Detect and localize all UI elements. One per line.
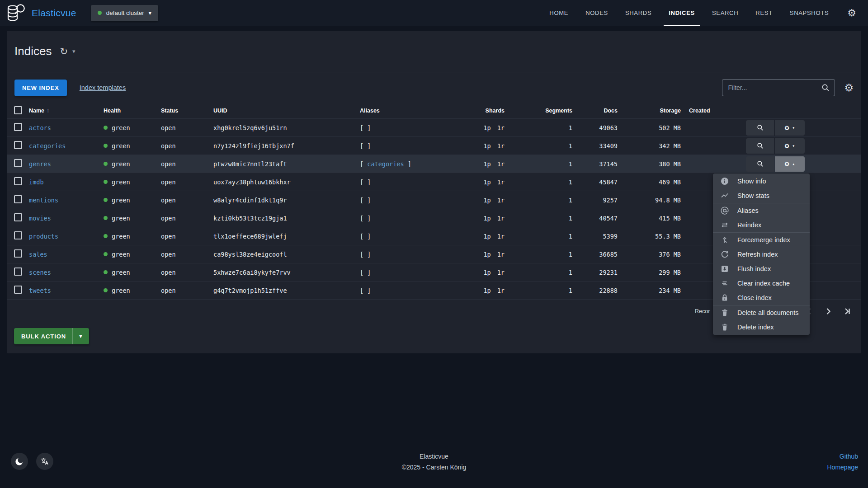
table-settings-gear-icon[interactable]: ⚙	[844, 82, 854, 94]
index-name-link[interactable]: scenes	[29, 269, 51, 276]
menu-item-flush-index[interactable]: Flush index	[713, 262, 810, 276]
column-header-uuid[interactable]: UUID	[213, 108, 360, 114]
menu-item-forcemerge-index[interactable]: Forcemerge index	[713, 233, 810, 247]
cluster-selector-button[interactable]: default cluster ▾	[91, 5, 158, 21]
menu-item-refresh-index[interactable]: Refresh index	[713, 247, 810, 262]
cache-icon	[720, 279, 729, 288]
segments-cell: 1	[508, 124, 576, 131]
health-cell: green	[104, 269, 161, 276]
index-options-button[interactable]: ⚙ ▾	[775, 138, 805, 154]
index-name-link[interactable]: tweets	[29, 287, 51, 294]
nav-link-home[interactable]: HOME	[541, 0, 577, 26]
index-name-link[interactable]: genres	[29, 160, 51, 168]
column-header-status[interactable]: Status	[161, 108, 213, 114]
settings-gear-icon[interactable]: ⚙	[847, 7, 856, 19]
refresh-icon[interactable]: ↻	[60, 46, 68, 57]
refresh-options-chevron-icon[interactable]: ▾	[72, 48, 75, 55]
trash-icon	[720, 308, 729, 317]
menu-item-show-info[interactable]: Show info	[713, 174, 810, 188]
index-name-link[interactable]: imdb	[29, 178, 44, 186]
nav-link-shards[interactable]: SHARDS	[617, 0, 660, 26]
uuid-cell: 5xhwze7c6ai8ykyfe7rvv	[213, 269, 360, 276]
health-cell: green	[104, 287, 161, 294]
menu-item-delete-index[interactable]: Delete index	[713, 320, 810, 334]
index-name-link[interactable]: products	[29, 233, 58, 240]
menu-item-close-index[interactable]: Close index	[713, 291, 810, 305]
row-checkbox[interactable]	[14, 195, 22, 203]
index-name-link[interactable]: mentions	[29, 197, 58, 204]
alias-link[interactable]: categories	[367, 160, 404, 168]
github-link[interactable]: Github	[840, 453, 858, 460]
column-header-storage[interactable]: Storage	[621, 108, 684, 114]
app-title[interactable]: Elasticvue	[32, 8, 76, 19]
chevron-right-icon[interactable]	[823, 306, 834, 317]
index-name-link[interactable]: actors	[29, 124, 51, 131]
docs-cell: 37145	[576, 160, 621, 168]
nav-link-indices[interactable]: INDICES	[660, 0, 703, 26]
aliases-cell: [ ]	[360, 178, 454, 186]
row-checkbox[interactable]	[14, 249, 22, 258]
new-index-button[interactable]: NEW INDEX	[14, 80, 67, 96]
homepage-link[interactable]: Homepage	[827, 464, 859, 471]
filter-input[interactable]	[728, 84, 821, 91]
segments-cell: 1	[508, 215, 576, 222]
row-checkbox[interactable]	[14, 231, 22, 239]
column-header-health[interactable]: Health	[104, 108, 161, 114]
nav-link-search[interactable]: SEARCH	[703, 0, 747, 26]
select-all-checkbox[interactable]	[14, 106, 22, 114]
docs-cell: 5399	[576, 233, 621, 240]
segments-cell: 1	[508, 269, 576, 276]
index-options-button[interactable]: ⚙ ▴	[775, 156, 805, 172]
row-checkbox[interactable]	[14, 177, 22, 185]
nav-link-snapshots[interactable]: SNAPSHOTS	[781, 0, 837, 26]
health-cell: green	[104, 124, 161, 131]
info-icon	[720, 177, 729, 186]
column-header-segments[interactable]: Segments	[508, 108, 576, 114]
search-icon	[756, 142, 764, 150]
show-documents-button[interactable]	[746, 120, 774, 136]
menu-item-aliases[interactable]: Aliases	[713, 203, 810, 218]
menu-item-clear-index-cache[interactable]: Clear index cache	[713, 276, 810, 291]
bulk-action-button[interactable]: BULK ACTION ▼	[14, 328, 89, 344]
nav-link-nodes[interactable]: NODES	[577, 0, 617, 26]
index-name-link[interactable]: sales	[29, 251, 47, 258]
cluster-name: default cluster	[106, 9, 144, 16]
storage-cell: 342 MB	[621, 142, 684, 150]
storage-cell: 299 MB	[621, 269, 684, 276]
index-name-link[interactable]: categories	[29, 142, 66, 150]
column-header-aliases[interactable]: Aliases	[360, 108, 454, 114]
aliases-cell: [ ]	[360, 287, 454, 294]
health-cell: green	[104, 251, 161, 258]
index-options-button[interactable]: ⚙ ▾	[775, 120, 805, 136]
show-documents-button[interactable]	[746, 156, 774, 172]
show-documents-button[interactable]	[746, 138, 774, 154]
aliases-cell: [ ]	[360, 215, 454, 222]
menu-item-reindex[interactable]: Reindex	[713, 218, 810, 232]
row-checkbox[interactable]	[14, 267, 22, 276]
storage-cell: 234 MB	[621, 287, 684, 294]
table-row: genresgreenopenptwzw8mic7nntl23taft[ cat…	[7, 155, 861, 173]
row-checkbox[interactable]	[14, 213, 22, 221]
index-templates-link[interactable]: Index templates	[80, 84, 126, 91]
app-logo-icon[interactable]	[5, 3, 26, 23]
column-header-name[interactable]: Name↑	[29, 108, 104, 114]
column-header-created[interactable]: Created	[684, 108, 734, 114]
shards-cell: 1p1r	[454, 233, 508, 240]
uuid-cell: tlx1oeffece689jwlefj	[213, 233, 360, 240]
row-checkbox[interactable]	[14, 123, 22, 131]
index-name-link[interactable]: movies	[29, 215, 51, 222]
row-checkbox[interactable]	[14, 286, 22, 294]
search-icon	[821, 83, 830, 92]
row-checkbox[interactable]	[14, 141, 22, 149]
uuid-cell: kzti0kb53t3tcz19gja1	[213, 215, 360, 222]
column-header-shards[interactable]: Shards	[454, 108, 508, 114]
column-header-docs[interactable]: Docs	[576, 108, 621, 114]
gear-icon: ⚙	[785, 141, 789, 150]
menu-item-show-stats[interactable]: Show stats	[713, 188, 810, 203]
page-title: Indices	[14, 44, 52, 58]
segments-cell: 1	[508, 233, 576, 240]
last-page-icon[interactable]	[842, 306, 853, 317]
menu-item-delete-all-documents[interactable]: Delete all documents	[713, 305, 810, 320]
row-checkbox[interactable]	[14, 159, 22, 167]
nav-link-rest[interactable]: REST	[747, 0, 781, 26]
